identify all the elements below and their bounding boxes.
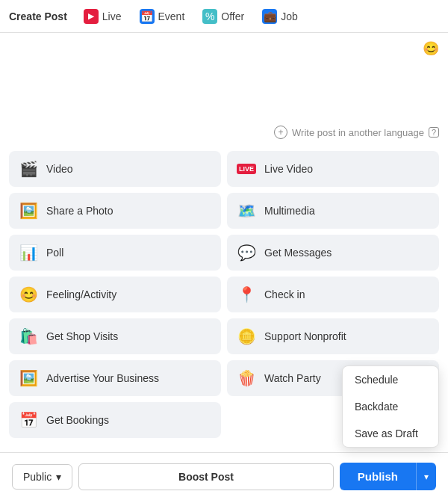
option-support-nonprofit[interactable]: 🪙 Support Nonprofit [227, 318, 439, 354]
tab-live[interactable]: ▶ Live [76, 4, 129, 28]
publish-arrow-icon: ▾ [424, 472, 429, 482]
language-help-icon: ? [429, 127, 439, 138]
bottom-bar: Public ▾ Boost Post Publish ▾ [0, 452, 448, 500]
option-support-nonprofit-label: Support Nonprofit [264, 330, 346, 342]
option-get-bookings-label: Get Bookings [46, 414, 109, 426]
option-watch-party-label: Watch Party [264, 372, 321, 384]
option-get-messages[interactable]: 💬 Get Messages [227, 235, 439, 271]
option-advertise-business[interactable]: 🖼️ Advertise Your Business [9, 360, 221, 396]
feeling-activity-icon: 😊 [18, 284, 39, 305]
public-label: Public [23, 471, 52, 483]
option-get-bookings[interactable]: 📅 Get Bookings [9, 402, 221, 438]
option-feeling-activity[interactable]: 😊 Feeling/Activity [9, 277, 221, 312]
watch-party-icon: 🍿 [236, 368, 257, 389]
boost-post-button[interactable]: Boost Post [78, 463, 334, 490]
tab-event[interactable]: 📅 Event [132, 4, 193, 28]
publish-dropdown: Schedule Backdate Save as Draft [342, 365, 439, 448]
offer-icon: % [202, 9, 217, 24]
post-area: 😊 [0, 33, 448, 123]
create-post-label: Create Post [9, 10, 67, 22]
emoji-button[interactable]: 😊 [423, 40, 439, 57]
get-bookings-icon: 📅 [18, 410, 39, 430]
check-in-icon: 📍 [236, 284, 257, 305]
option-poll-label: Poll [46, 247, 63, 259]
option-video[interactable]: 🎬 Video [9, 151, 221, 187]
multimedia-icon: 🗺️ [236, 200, 257, 221]
publish-button[interactable]: Publish [340, 463, 416, 490]
option-advertise-business-label: Advertise Your Business [46, 372, 159, 384]
add-language-button[interactable]: + [274, 126, 287, 139]
get-shop-visits-icon: 🛍️ [18, 326, 39, 347]
public-dropdown-icon: ▾ [56, 471, 61, 483]
tab-job[interactable]: 💼 Job [255, 4, 305, 28]
tab-job-label: Job [281, 10, 298, 22]
option-live-video-label: Live Video [264, 163, 313, 175]
event-icon: 📅 [140, 9, 155, 24]
publish-group: Publish ▾ [340, 463, 436, 490]
support-nonprofit-icon: 🪙 [236, 326, 257, 347]
video-icon: 🎬 [18, 158, 39, 179]
option-multimedia-label: Multimedia [264, 205, 315, 217]
poll-icon: 📊 [18, 242, 39, 263]
backdate-item[interactable]: Backdate [343, 393, 438, 420]
option-poll[interactable]: 📊 Poll [9, 235, 221, 271]
advertise-business-icon: 🖼️ [18, 368, 39, 389]
schedule-item[interactable]: Schedule [343, 366, 438, 393]
tab-event-label: Event [158, 10, 185, 22]
save-draft-item[interactable]: Save as Draft [343, 420, 438, 447]
get-messages-icon: 💬 [236, 242, 257, 263]
job-icon: 💼 [262, 9, 277, 24]
language-prompt[interactable]: Write post in another language [292, 127, 424, 138]
tab-live-label: Live [102, 10, 122, 22]
option-check-in[interactable]: 📍 Check in [227, 277, 439, 312]
option-share-photo-label: Share a Photo [46, 205, 113, 217]
language-bar: + Write post in another language ? [0, 123, 448, 145]
option-get-messages-label: Get Messages [264, 247, 332, 259]
share-photo-icon: 🖼️ [18, 200, 39, 221]
option-live-video[interactable]: LIVE Live Video [227, 151, 439, 187]
option-get-shop-visits[interactable]: 🛍️ Get Shop Visits [9, 318, 221, 354]
public-button[interactable]: Public ▾ [12, 464, 72, 490]
tab-offer[interactable]: % Offer [195, 4, 252, 28]
option-check-in-label: Check in [264, 288, 305, 300]
option-get-shop-visits-label: Get Shop Visits [46, 330, 118, 342]
live-icon: ▶ [84, 9, 99, 24]
option-share-photo[interactable]: 🖼️ Share a Photo [9, 193, 221, 229]
tab-offer-label: Offer [221, 10, 244, 22]
option-feeling-activity-label: Feeling/Activity [46, 288, 116, 300]
option-video-label: Video [46, 163, 73, 175]
live-video-icon: LIVE [236, 158, 257, 179]
header-tabs: Create Post ▶ Live 📅 Event % Offer 💼 Job [0, 0, 448, 33]
option-multimedia[interactable]: 🗺️ Multimedia [227, 193, 439, 229]
publish-arrow-button[interactable]: ▾ [416, 463, 436, 490]
